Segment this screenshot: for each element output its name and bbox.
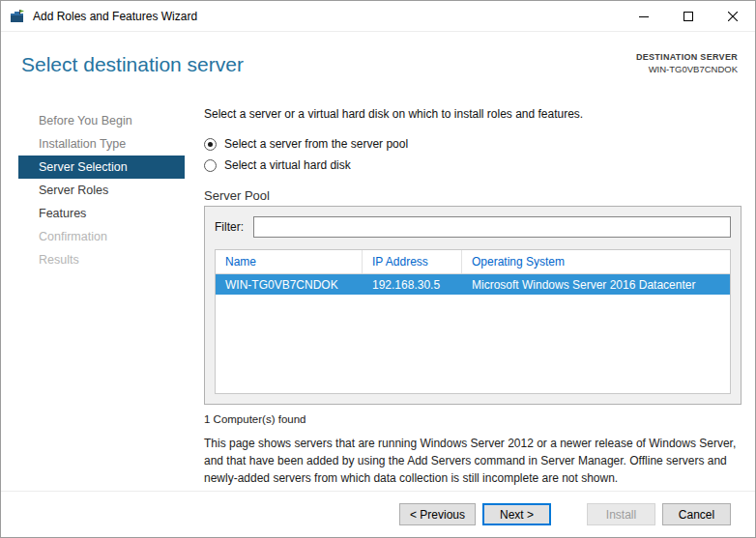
close-button[interactable] (711, 1, 755, 31)
step-before-you-begin[interactable]: Before You Begin (18, 109, 185, 132)
filter-label: Filter: (215, 220, 244, 234)
cancel-button[interactable]: Cancel (662, 503, 731, 525)
maximize-button[interactable] (666, 1, 711, 31)
step-results: Results (18, 248, 185, 271)
radio-select-server-pool[interactable]: Select a server from the server pool (204, 133, 741, 155)
radio-vhd-label: Select a virtual hard disk (224, 158, 351, 172)
next-button[interactable]: Next > (482, 503, 551, 525)
table-row[interactable]: WIN-TG0VB7CNDOK 192.168.30.5 Microsoft W… (216, 274, 730, 295)
table-header-row: Name IP Address Operating System (216, 250, 730, 274)
info-text: This page shows servers that are running… (204, 435, 741, 487)
step-server-selection[interactable]: Server Selection (18, 156, 185, 179)
page-title: Select destination server (21, 53, 244, 76)
step-confirmation: Confirmation (18, 225, 185, 248)
server-pool-panel: Filter: Name IP Address Operating System… (204, 206, 741, 405)
install-button: Install (587, 503, 655, 525)
radio-server-pool-label: Select a server from the server pool (224, 137, 408, 151)
wizard-window: Add Roles and Features Wizard Select des… (0, 0, 756, 538)
cell-operating-system: Microsoft Windows Server 2016 Datacenter (462, 278, 730, 292)
destination-server-label: DESTINATION SERVER (636, 52, 738, 62)
wizard-icon (10, 9, 25, 24)
column-header-name[interactable]: Name (216, 250, 363, 273)
column-header-ip-address[interactable]: IP Address (363, 250, 462, 273)
column-header-operating-system[interactable]: Operating System (462, 250, 730, 273)
server-pool-heading: Server Pool (204, 188, 741, 203)
server-pool-table: Name IP Address Operating System WIN-TG0… (215, 249, 731, 394)
destination-server-name: WIN-TG0VB7CNDOK (636, 64, 738, 74)
filter-row: Filter: (215, 216, 731, 238)
radio-checked-icon[interactable] (204, 138, 217, 151)
destination-server-block: DESTINATION SERVER WIN-TG0VB7CNDOK (636, 52, 738, 74)
computers-found-label: 1 Computer(s) found (204, 413, 741, 425)
radio-unchecked-icon[interactable] (204, 159, 217, 172)
titlebar: Add Roles and Features Wizard (1, 1, 755, 32)
footer-bar: < Previous Next > Install Cancel (1, 491, 755, 537)
step-features[interactable]: Features (18, 202, 185, 225)
cell-ip-address: 192.168.30.5 (363, 278, 462, 292)
step-server-roles[interactable]: Server Roles (18, 179, 185, 202)
minimize-button[interactable] (622, 1, 666, 31)
main-content: Select a server or a virtual hard disk o… (204, 105, 741, 487)
radio-select-vhd[interactable]: Select a virtual hard disk (204, 155, 741, 176)
instruction-text: Select a server or a virtual hard disk o… (204, 107, 741, 121)
previous-button[interactable]: < Previous (399, 503, 476, 525)
wizard-steps: Before You Begin Installation Type Serve… (18, 109, 185, 271)
filter-input[interactable] (253, 216, 731, 238)
cell-server-name: WIN-TG0VB7CNDOK (216, 278, 363, 292)
step-installation-type[interactable]: Installation Type (18, 132, 185, 156)
window-controls (622, 1, 755, 31)
window-title: Add Roles and Features Wizard (33, 10, 197, 23)
